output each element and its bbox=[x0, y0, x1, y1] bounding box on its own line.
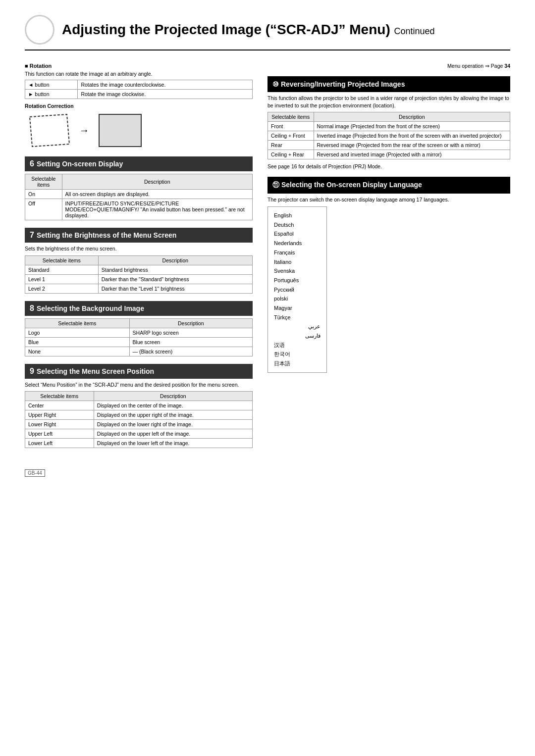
list-item: Português bbox=[274, 276, 321, 285]
table-row: Standard Standard brightness bbox=[25, 265, 253, 274]
right-column: Menu operation ⇒ Page 34 ⑩ Reversing/Inv… bbox=[268, 63, 510, 452]
table-row: Lower Right Displayed on the lower right… bbox=[25, 420, 253, 429]
table-row: On All on-screen displays are displayed. bbox=[25, 190, 253, 199]
svg-rect-1 bbox=[99, 114, 141, 147]
section10-row3-desc: Reversed image (Projected from the rear … bbox=[314, 141, 510, 150]
section6-row1-desc: All on-screen displays are displayed. bbox=[62, 190, 252, 199]
rotation-row-2-item: ► button bbox=[25, 90, 78, 99]
page-title: Adjusting the Projected Image (“SCR-ADJ”… bbox=[62, 21, 435, 38]
rotation-correction-label: Rotation Correction bbox=[25, 103, 253, 109]
section11-number: ⑪ bbox=[272, 181, 279, 189]
section9-row1-item: Center bbox=[25, 401, 94, 410]
section9-row2-item: Upper Right bbox=[25, 410, 94, 420]
list-item: فارسی bbox=[274, 331, 321, 341]
section10-row1-item: Front bbox=[268, 122, 314, 131]
section8-col2-header: Description bbox=[129, 318, 252, 328]
table-row: Blue Blue screen bbox=[25, 337, 253, 347]
section9-row3-item: Lower Right bbox=[25, 420, 94, 429]
section6-row2-desc: INPUT/FREEZE/AUTO SYNC/RESIZE/PICTURE MO… bbox=[62, 199, 252, 220]
page-header: Adjusting the Projected Image (“SCR-ADJ”… bbox=[25, 15, 510, 50]
section11-title: Selecting the On-screen Display Language bbox=[281, 181, 422, 189]
section8-row3-desc: — (Black screen) bbox=[129, 347, 252, 356]
skewed-rect-svg bbox=[25, 112, 72, 149]
section6-header: 6 Setting On-screen Display bbox=[25, 156, 253, 171]
section9-row5-item: Lower Left bbox=[25, 439, 94, 448]
section8-row1-desc: SHARP logo screen bbox=[129, 328, 252, 337]
straight-rect-svg bbox=[97, 112, 144, 149]
section10-row3-item: Rear bbox=[268, 141, 314, 150]
section6-table: Selectable items Description On All on-s… bbox=[25, 174, 253, 220]
page-footer: GB-44 bbox=[25, 467, 510, 477]
table-row: None — (Black screen) bbox=[25, 347, 253, 356]
list-item: polski bbox=[274, 294, 321, 303]
table-row: Upper Right Displayed on the upper right… bbox=[25, 410, 253, 420]
section8-row1-item: Logo bbox=[25, 328, 130, 337]
table-row: Level 1 Darker than the "Standard" brigh… bbox=[25, 274, 253, 284]
section10-row1-desc: Normal image (Projected from the front o… bbox=[314, 122, 510, 131]
list-item: Nederlands bbox=[274, 239, 321, 248]
section7-row1-desc: Standard brightness bbox=[98, 265, 252, 274]
section6-number: 6 bbox=[30, 159, 34, 168]
section8-table: Selectable items Description Logo SHARP … bbox=[25, 318, 253, 356]
section11-header: ⑪ Selecting the On-screen Display Langua… bbox=[268, 177, 510, 194]
section9-row3-desc: Displayed on the lower right of the imag… bbox=[94, 420, 252, 429]
section9-col2-header: Description bbox=[94, 392, 252, 401]
section8-row2-item: Blue bbox=[25, 337, 130, 347]
section7-title: Setting the Brightness of the Menu Scree… bbox=[37, 231, 176, 239]
section8-row2-desc: Blue screen bbox=[129, 337, 252, 347]
header-circle-decoration bbox=[25, 15, 54, 45]
section10-title: Reversing/Inverting Projected Images bbox=[281, 80, 405, 88]
section6-row1-item: On bbox=[25, 190, 62, 199]
rotation-diagram: → bbox=[25, 112, 253, 149]
list-item: Türkçe bbox=[274, 313, 321, 322]
section7-row3-desc: Darker than the "Level 1" brightness bbox=[98, 284, 252, 293]
section7-row2-desc: Darker than the "Standard" brightness bbox=[98, 274, 252, 284]
list-item: Deutsch bbox=[274, 220, 321, 230]
table-row: Center Displayed on the center of the im… bbox=[25, 401, 253, 410]
arrow-right-icon: → bbox=[79, 125, 89, 136]
menu-op-note: Menu operation ⇒ Page 34 bbox=[268, 63, 510, 69]
section7-table: Selectable items Description Standard St… bbox=[25, 255, 253, 294]
section10-row2-item: Ceiling + Front bbox=[268, 131, 314, 141]
svg-marker-0 bbox=[30, 114, 69, 147]
section9-number: 9 bbox=[30, 367, 34, 376]
list-item: 한국어 bbox=[274, 350, 321, 359]
section9-title: Selecting the Menu Screen Position bbox=[37, 367, 154, 375]
section6-col1-header: Selectable items bbox=[25, 174, 62, 190]
section6-row2-item: Off bbox=[25, 199, 62, 220]
rotation-title: Rotation bbox=[25, 63, 253, 69]
list-item: Español bbox=[274, 229, 321, 239]
section9-table: Selectable items Description Center Disp… bbox=[25, 391, 253, 448]
rotation-description: This function can rotate the image at an… bbox=[25, 71, 253, 77]
section8-header: 8 Selecting the Background Image bbox=[25, 301, 253, 316]
section9-row5-desc: Displayed on the lower left of the image… bbox=[94, 439, 252, 448]
rotation-section: Rotation This function can rotate the im… bbox=[25, 63, 253, 149]
section9-row4-desc: Displayed on the upper left of the image… bbox=[94, 429, 252, 439]
section8-title: Selecting the Background Image bbox=[37, 304, 144, 312]
table-row: Ceiling + Front Inverted image (Projecte… bbox=[268, 131, 510, 141]
section10-table: Selectable items Description Front Norma… bbox=[268, 112, 510, 159]
section9-row1-desc: Displayed on the center of the image. bbox=[94, 401, 252, 410]
section6-col2-header: Description bbox=[62, 174, 252, 190]
section9-row4-item: Upper Left bbox=[25, 429, 94, 439]
table-row: Logo SHARP logo screen bbox=[25, 328, 253, 337]
table-row: Front Normal image (Projected from the f… bbox=[268, 122, 510, 131]
list-item: Italiano bbox=[274, 257, 321, 267]
section9-col1-header: Selectable items bbox=[25, 392, 94, 401]
section9-intro: Select “Menu Position” in the “SCR-ADJ” … bbox=[25, 381, 253, 389]
list-item: English bbox=[274, 211, 321, 220]
rotation-row-1-item: ◄ button bbox=[25, 80, 78, 90]
section10-row4-item: Ceiling + Rear bbox=[268, 150, 314, 159]
section10-number: ⑩ bbox=[272, 80, 279, 88]
list-item: Français bbox=[274, 248, 321, 257]
list-item: Русский bbox=[274, 285, 321, 295]
section7-header: 7 Setting the Brightness of the Menu Scr… bbox=[25, 228, 253, 243]
main-content: Rotation This function can rotate the im… bbox=[25, 63, 510, 452]
section8-number: 8 bbox=[30, 304, 34, 313]
rotation-row-1-desc: Rotates the image counterclockwise. bbox=[78, 80, 253, 90]
section7-row2-item: Level 1 bbox=[25, 274, 99, 284]
section10-col1-header: Selectable items bbox=[268, 112, 314, 122]
rotation-row-2-desc: Rotate the image clockwise. bbox=[78, 90, 253, 99]
rotation-table: ◄ button Rotates the image counterclockw… bbox=[25, 80, 253, 99]
list-item: 日本語 bbox=[274, 359, 321, 368]
